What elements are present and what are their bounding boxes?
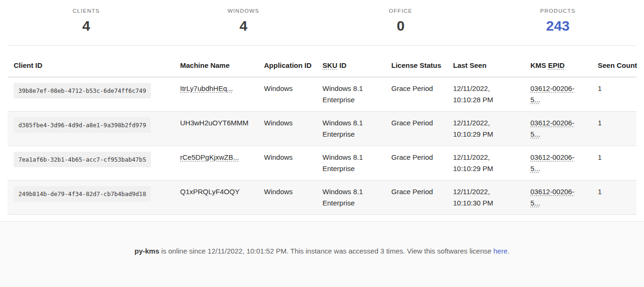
status-text: py-kms is online since 12/11/2022, 10:01… <box>134 247 509 255</box>
last_seen-cell: 12/11/2022,10:10:28 PM <box>447 77 524 111</box>
status-text-body: is online since 12/11/2022, 10:01:52 PM.… <box>159 247 494 255</box>
client_id-cell: 7ea1af6b-32b1-4b65-acc7-cf953bab47b5 <box>8 146 174 180</box>
client-id-code: 249b814b-de79-4f34-82d7-cb7b4bad9d18 <box>14 186 151 202</box>
kms_epid-cell: 03612-00206-5... <box>524 111 592 146</box>
sku_id-cell: Windows 8.1 Enterprise <box>316 180 385 214</box>
last_seen-cell: 12/11/2022,10:10:30 PM <box>447 180 524 214</box>
seen_count-cell: 1 <box>592 111 636 146</box>
license_status-cell: Grace Period <box>385 77 447 111</box>
client_id-cell: d385fbe4-3d96-4d9d-a8e1-9a398b2fd979 <box>8 111 174 146</box>
client-id-code: 7ea1af6b-32b1-4b65-acc7-cf953bab47b5 <box>14 152 151 167</box>
stat-products-label: PRODUCTS <box>479 7 637 15</box>
column-header-last_seen: Last Seen <box>447 46 524 77</box>
kms_epid-cell: 03612-00206-5... <box>524 77 592 111</box>
clients-table-wrap: Client IDMachine NameApplication IDSKU I… <box>8 46 636 215</box>
table-row: 7ea1af6b-32b1-4b65-acc7-cf953bab47b5rCe5… <box>8 146 636 180</box>
sku_id-cell: Windows 8.1 Enterprise <box>316 77 385 111</box>
kms_epid-value[interactable]: 03612-00206-5... <box>530 153 574 172</box>
seen_count-cell: 1 <box>592 77 636 111</box>
stat-office: OFFICE 0 <box>322 7 479 45</box>
license_status-cell: Grace Period <box>385 180 447 214</box>
table-header-row: Client IDMachine NameApplication IDSKU I… <box>8 46 636 77</box>
sku_id-cell: Windows 8.1 Enterprise <box>316 146 385 180</box>
stats-strip: CLIENTS 4 WINDOWS 4 OFFICE 0 PRODUCTS 24… <box>8 0 636 46</box>
abbr-epid[interactable]: EPID <box>548 61 565 69</box>
application_id-cell: Windows <box>258 146 316 180</box>
abbr-sku[interactable]: SKU <box>322 61 338 69</box>
column-header-sku_id: SKU ID <box>316 46 385 77</box>
column-header-seen_count: Seen Count <box>592 46 636 77</box>
column-header-license_status: License Status <box>385 46 447 77</box>
last_seen-cell: 12/11/2022,10:10:29 PM <box>447 146 524 180</box>
stat-products-value: 243 <box>479 18 637 34</box>
stat-windows-value: 4 <box>165 18 322 34</box>
kms_epid-cell: 03612-00206-5... <box>524 180 592 214</box>
seen_count-cell: 1 <box>592 180 636 214</box>
table-row: 249b814b-de79-4f34-82d7-cb7b4bad9d18Q1xP… <box>8 180 636 214</box>
stat-clients: CLIENTS 4 <box>8 7 165 45</box>
column-header-application_id: Application ID <box>258 46 316 77</box>
machine_name-cell: rCe5DPgKjxwZB... <box>174 146 258 180</box>
seen_count-cell: 1 <box>592 146 636 180</box>
machine_name-value[interactable]: ItrLy7ubdhHEq... <box>180 84 233 92</box>
stat-windows: WINDOWS 4 <box>165 7 322 45</box>
license-link[interactable]: here <box>494 247 508 255</box>
clients-table: Client IDMachine NameApplication IDSKU I… <box>8 46 636 215</box>
machine_name-value: Q1xPRQLyF4OQY <box>180 188 239 196</box>
last_seen-cell: 12/11/2022,10:10:29 PM <box>447 111 524 146</box>
client-id-code: d385fbe4-3d96-4d9d-a8e1-9a398b2fd979 <box>14 117 151 133</box>
table-row: d385fbe4-3d96-4d9d-a8e1-9a398b2fd979UH3w… <box>8 111 636 146</box>
status-text-period: . <box>508 247 510 255</box>
stat-office-label: OFFICE <box>322 7 479 15</box>
kms_epid-value[interactable]: 03612-00206-5... <box>530 188 574 207</box>
machine_name-cell: UH3wH2uOYT6MMM <box>174 111 258 146</box>
application_id-cell: Windows <box>258 180 316 214</box>
column-header-machine_name: Machine Name <box>174 46 258 77</box>
column-header-client_id: Client ID <box>8 46 174 77</box>
column-header-kms_epid: KMS EPID <box>524 46 592 77</box>
machine_name-cell: Q1xPRQLyF4OQY <box>174 180 258 214</box>
client-id-code: 39b8e7ef-08eb-4712-b53c-6de74ff6c749 <box>14 83 151 98</box>
kms_epid-value[interactable]: 03612-00206-5... <box>530 119 574 138</box>
table-row: 39b8e7ef-08eb-4712-b53c-6de74ff6c749ItrL… <box>8 77 636 111</box>
client_id-cell: 249b814b-de79-4f34-82d7-cb7b4bad9d18 <box>8 180 174 214</box>
sku_id-cell: Windows 8.1 Enterprise <box>316 111 385 146</box>
kms_epid-value[interactable]: 03612-00206-5... <box>530 84 574 104</box>
stat-clients-label: CLIENTS <box>8 7 165 15</box>
application_id-cell: Windows <box>258 111 316 146</box>
client_id-cell: 39b8e7ef-08eb-4712-b53c-6de74ff6c749 <box>8 77 174 111</box>
machine_name-value: UH3wH2uOYT6MMM <box>180 119 248 127</box>
application_id-cell: Windows <box>258 77 316 111</box>
app-name: py-kms <box>134 247 159 255</box>
machine_name-cell: ItrLy7ubdhHEq... <box>174 77 258 111</box>
stat-products: PRODUCTS 243 <box>479 7 637 45</box>
kms_epid-cell: 03612-00206-5... <box>524 146 592 180</box>
stat-clients-value: 4 <box>8 18 165 34</box>
stat-office-value: 0 <box>322 18 479 34</box>
stat-windows-label: WINDOWS <box>165 7 322 15</box>
machine_name-value[interactable]: rCe5DPgKjxwZB... <box>180 153 239 161</box>
license_status-cell: Grace Period <box>385 111 447 146</box>
footer: py-kms is online since 12/11/2022, 10:01… <box>0 221 644 287</box>
license_status-cell: Grace Period <box>385 146 447 180</box>
